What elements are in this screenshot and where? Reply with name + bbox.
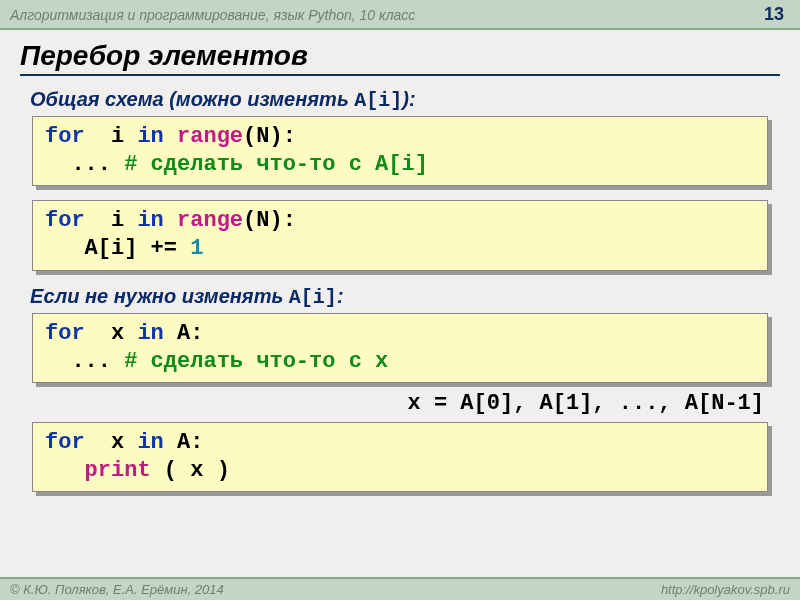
paren-close: ):: [269, 124, 295, 149]
code-block-3: for x in A: ... # сделать что-то с x: [32, 313, 768, 383]
array-increment: A[i] +=: [45, 236, 190, 261]
kw-for: for: [45, 321, 85, 346]
subhead1-text-c: ):: [402, 88, 415, 110]
fn-print: print: [85, 458, 151, 483]
kw-in: in: [137, 124, 163, 149]
indent: [45, 458, 85, 483]
paren-close: ):: [269, 208, 295, 233]
range-n: N: [256, 208, 269, 233]
fn-range: range: [164, 208, 243, 233]
paren-open: (: [243, 124, 256, 149]
kw-in: in: [137, 321, 163, 346]
paren-open: (: [243, 208, 256, 233]
slide-header: Алгоритмизация и программирование, язык …: [0, 0, 800, 30]
iterable-a: A: [164, 430, 190, 455]
subhead1-text-a: Общая схема (можно изменять: [30, 88, 354, 110]
subhead2-text-c: :: [337, 285, 344, 307]
slide-title: Перебор элементов: [20, 40, 780, 76]
code-block-4: for x in A: print ( x ): [32, 422, 768, 492]
kw-for: for: [45, 124, 85, 149]
kw-in: in: [137, 430, 163, 455]
header-title: Алгоритмизация и программирование, язык …: [10, 7, 415, 23]
comment: # сделать что-то с x: [124, 349, 388, 374]
ellipsis: ...: [45, 349, 124, 374]
var-x: x: [85, 321, 138, 346]
footer-url: http://kpolyakov.spb.ru: [661, 582, 790, 597]
comment: # сделать что-то с A[i]: [124, 152, 428, 177]
ellipsis: ...: [45, 152, 124, 177]
footer-copyright: © К.Ю. Поляков, Е.А. Ерёмин, 2014: [10, 582, 224, 597]
var-i: i: [85, 208, 138, 233]
kw-in: in: [137, 208, 163, 233]
var-i: i: [85, 124, 138, 149]
subhead1-code: A[i]: [354, 89, 402, 112]
code-block-2: for i in range(N): A[i] += 1: [32, 200, 768, 270]
kw-for: for: [45, 208, 85, 233]
kw-for: for: [45, 430, 85, 455]
print-arg: ( x ): [151, 458, 230, 483]
range-n: N: [256, 124, 269, 149]
code-block-1: for i in range(N): ... # сделать что-то …: [32, 116, 768, 186]
slide-footer: © К.Ю. Поляков, Е.А. Ерёмин, 2014 http:/…: [0, 577, 800, 600]
subhead2-code: A[i]: [289, 286, 337, 309]
colon: :: [190, 321, 203, 346]
colon: :: [190, 430, 203, 455]
fn-range: range: [164, 124, 243, 149]
subhead2-text-a: Если не нужно изменять: [30, 285, 289, 307]
var-x: x: [85, 430, 138, 455]
subheading-general-scheme: Общая схема (можно изменять A[i]):: [30, 88, 770, 112]
slide-content: Общая схема (можно изменять A[i]): for i…: [0, 76, 800, 492]
subheading-readonly: Если не нужно изменять A[i]:: [30, 285, 770, 309]
page-number: 13: [764, 4, 784, 25]
iterable-a: A: [164, 321, 190, 346]
literal-one: 1: [190, 236, 203, 261]
x-values-note: x = A[0], A[1], ..., A[N-1]: [30, 391, 770, 416]
